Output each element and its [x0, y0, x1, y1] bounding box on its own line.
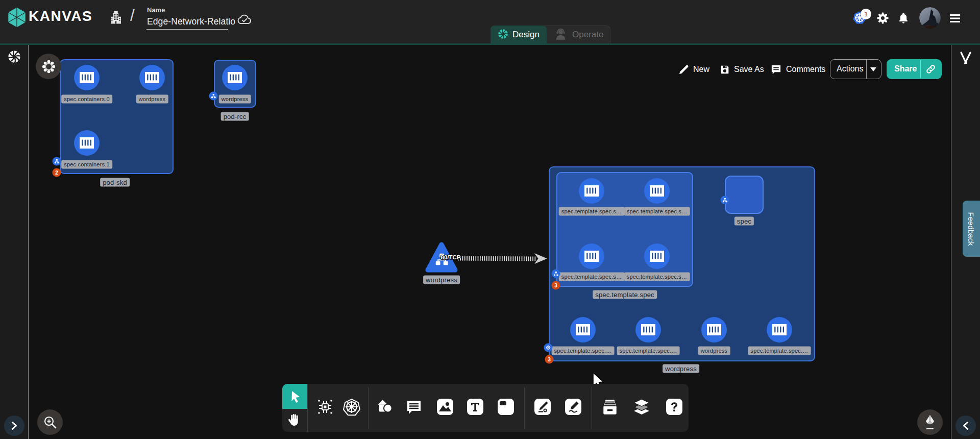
svg-text:80/TCP: 80/TCP	[441, 254, 461, 260]
